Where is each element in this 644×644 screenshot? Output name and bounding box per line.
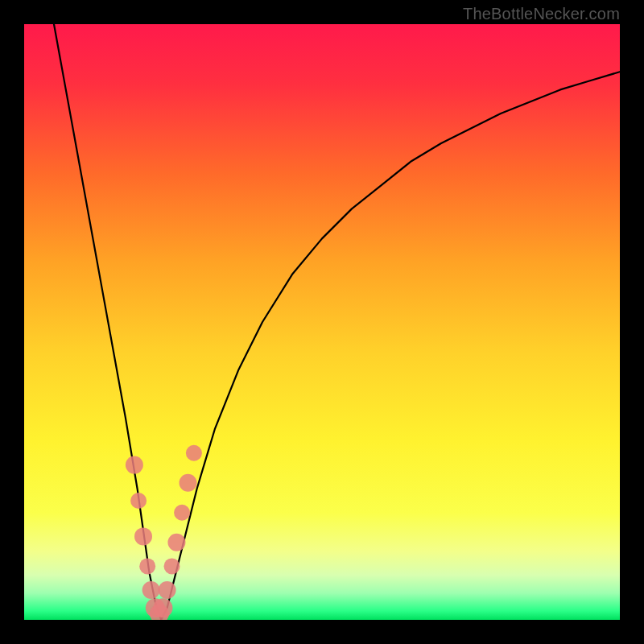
data-marker	[130, 493, 147, 509]
data-marker	[134, 527, 152, 545]
data-marker	[159, 581, 176, 599]
data-marker	[174, 505, 190, 521]
data-marker	[186, 445, 202, 461]
gradient-background	[24, 24, 620, 620]
data-marker	[153, 598, 172, 617]
data-marker	[126, 456, 143, 474]
data-marker	[139, 558, 155, 574]
data-marker	[164, 558, 180, 574]
chart-svg	[24, 24, 620, 620]
data-marker	[142, 581, 160, 599]
attribution-label: TheBottleNecker.com	[463, 5, 620, 23]
data-marker	[167, 534, 185, 551]
chart-frame: TheBottleNecker.com	[0, 0, 644, 644]
plot-area	[24, 24, 620, 620]
data-marker	[180, 474, 197, 492]
